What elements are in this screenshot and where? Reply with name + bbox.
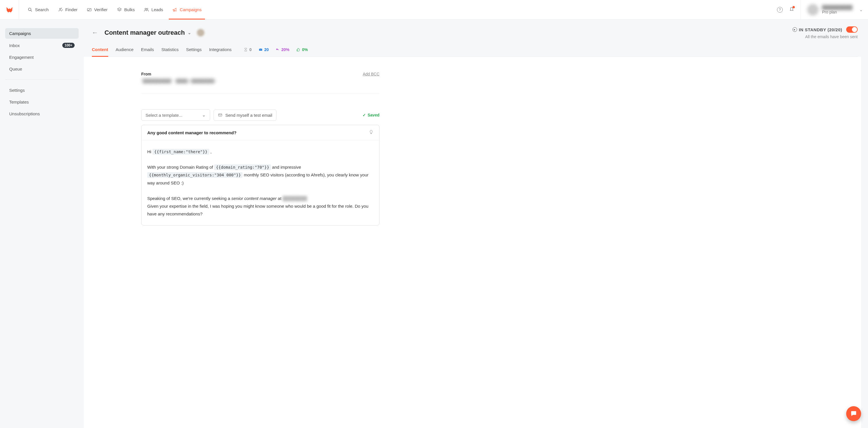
campaign-toggle[interactable] [846,26,858,33]
send-test-email-button[interactable]: Send myself a test email [214,109,276,121]
chat-icon [850,410,857,417]
fox-logo-icon [5,6,13,14]
standby-status: ▸ IN STANDBY (20/20) [793,27,842,32]
logo[interactable] [0,0,19,20]
svg-point-2 [59,8,61,9]
sidebar-item-queue[interactable]: Queue [5,64,79,74]
email-subject-input[interactable]: Any good content manager to recommend? [147,130,237,135]
sidebar-item-settings[interactable]: Settings [5,85,79,96]
nav-label: Bulks [124,7,135,12]
sidebar-label: Settings [9,88,25,93]
stat-pending: 0 [244,47,252,52]
topnav-right: ? ██████████ Pro plan ⌄ [777,0,863,20]
tab-content[interactable]: Content [92,47,108,57]
verifier-icon [87,7,92,12]
nav-campaigns[interactable]: Campaigns [172,0,202,20]
merge-token: {{first_name:"there"}} [152,149,209,155]
stat-replies: 20% [276,47,289,52]
svg-point-0 [28,8,31,11]
from-label: From [141,72,217,76]
standby-subtext: All the emails have been sent [793,34,858,39]
campaign-title-dropdown[interactable]: Content manager outreach ⌄ [104,29,205,36]
tab-emails[interactable]: Emails [141,47,154,57]
test-email-label: Send myself a test email [225,113,272,118]
divider [141,94,379,94]
editor-panel: From "██████████" <████@████████> Add BC… [84,57,862,428]
merge-token: {{domain_rating:"70"}} [214,164,271,170]
template-placeholder: Select a template... [146,113,182,118]
content-header: ← Content manager outreach ⌄ ▸ IN STANDB… [84,20,868,57]
chat-fab[interactable] [846,406,861,421]
notifications-icon[interactable] [789,7,794,12]
content-area: ← Content manager outreach ⌄ ▸ IN STANDB… [84,20,868,428]
envelope-icon [218,113,222,117]
nav-leads[interactable]: Leads [144,0,163,20]
add-bcc-link[interactable]: Add BCC [363,72,379,76]
email-editor: Any good content manager to recommend? H… [141,125,379,226]
email-body-input[interactable]: Hi {{first_name:"there"}} , With your st… [142,140,379,225]
svg-line-1 [31,10,32,11]
account-menu[interactable]: ██████████ Pro plan ⌄ [801,0,863,20]
nav-label: Leads [151,7,163,12]
sidebar: Campaigns Inbox 100+ Engagement Queue Se… [0,20,84,428]
saved-status: ✓ Saved [363,113,379,117]
search-icon [28,7,33,12]
bulks-icon [117,7,122,12]
suggestions-icon[interactable] [369,130,373,135]
account-info: ██████████ Pro plan [822,5,852,14]
tab-integrations[interactable]: Integrations [209,47,231,57]
nav-label: Search [35,7,49,12]
sidebar-item-templates[interactable]: Templates [5,97,79,107]
envelope-icon [259,47,262,52]
tabs: Content Audience Emails Statistics Setti… [92,47,231,57]
reply-icon [276,47,280,52]
svg-marker-4 [117,8,121,10]
svg-point-6 [147,8,148,9]
nav-label: Campaigns [180,7,202,12]
tab-settings[interactable]: Settings [186,47,202,57]
sidebar-label: Engagement [9,55,34,60]
help-icon[interactable]: ? [777,7,783,12]
account-plan: Pro plan [822,10,852,14]
merge-token: {{monthly_organic_visitors:"304 000"}} [147,172,243,178]
hourglass-icon [244,47,248,52]
leads-icon [144,7,149,12]
sidebar-label: Unsubscriptions [9,111,40,116]
nav-finder[interactable]: Finder [58,0,78,20]
stat-sent: 20 [259,47,269,52]
nav-bulks[interactable]: Bulks [117,0,135,20]
sidebar-item-inbox[interactable]: Inbox 100+ [5,40,79,51]
sidebar-item-campaigns[interactable]: Campaigns [5,28,79,39]
inbox-badge: 100+ [62,43,74,48]
check-icon: ✓ [363,113,366,117]
stat-positive: 0% [296,47,308,52]
avatar [807,4,818,15]
nav-label: Verifier [94,7,107,12]
chevron-down-icon: ⌄ [188,30,191,35]
sidebar-item-unsubscriptions[interactable]: Unsubscriptions [5,108,79,119]
nav-verifier[interactable]: Verifier [87,0,107,20]
nav-label: Finder [65,7,78,12]
chevron-down-icon: ⌄ [202,112,206,118]
tab-audience[interactable]: Audience [116,47,134,57]
topnav: Search Finder Verifier Bulks Leads Campa… [0,0,868,20]
sidebar-item-engagement[interactable]: Engagement [5,52,79,63]
sidebar-label: Templates [9,100,29,104]
campaign-title-text: Content manager outreach [104,29,185,36]
svg-point-5 [145,8,146,9]
account-name: ██████████ [822,5,852,10]
tab-statistics[interactable]: Statistics [161,47,179,57]
template-select[interactable]: Select a template... ⌄ [141,109,210,121]
finder-icon [58,7,63,12]
stats-row: 0 20 20% 0% [244,47,308,57]
sidebar-label: Campaigns [9,31,31,36]
play-circle-icon: ▸ [793,27,797,32]
owner-avatar [197,29,205,36]
nav-search[interactable]: Search [28,0,49,20]
campaigns-icon [172,7,177,12]
nav-items: Search Finder Verifier Bulks Leads Campa… [28,0,202,20]
from-value[interactable]: "██████████" <████@████████> [141,78,217,83]
sidebar-label: Inbox [9,43,20,48]
chevron-down-icon: ⌄ [859,7,863,12]
back-arrow-icon[interactable]: ← [92,29,98,36]
